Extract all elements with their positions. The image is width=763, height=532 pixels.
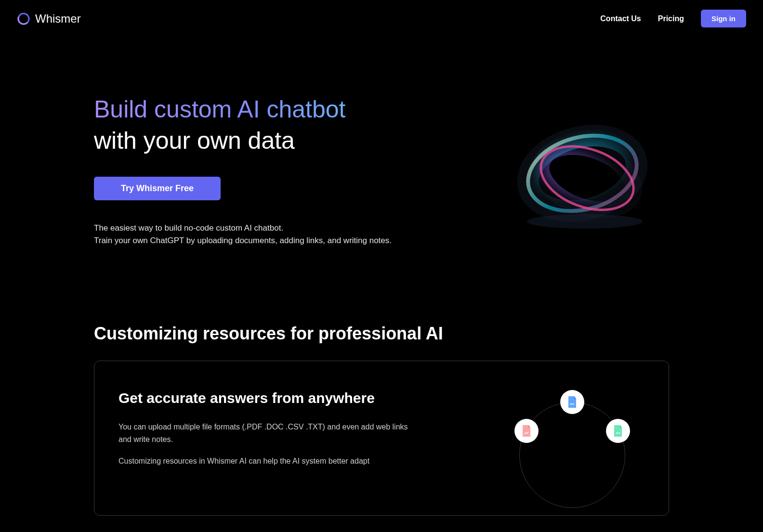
section2-title: Customizing resources for professional A… — [94, 324, 669, 344]
card-graphic: doc pdf csv — [500, 390, 645, 486]
file-csv-icon: csv — [606, 419, 630, 443]
file-pdf-icon: pdf — [514, 419, 539, 443]
feature-card: Get accurate answers from anywhere You c… — [94, 361, 669, 516]
card-text-2: Customizing resources in Whismer AI can … — [118, 455, 408, 467]
hero-section: Build custom AI chatbot with your own da… — [0, 37, 763, 285]
nav-pricing[interactable]: Pricing — [658, 14, 684, 23]
file-doc-icon: doc — [560, 390, 584, 414]
card-text-1: You can upload multiple file formats (.P… — [118, 421, 408, 445]
logo-icon — [17, 12, 30, 26]
customizing-resources-section: Customizing resources for professional A… — [0, 285, 763, 516]
svg-text:doc: doc — [570, 402, 575, 405]
try-whismer-button[interactable]: Try Whismer Free — [94, 177, 221, 200]
header: Whismer Contact Us Pricing Sign in — [0, 0, 763, 37]
svg-text:csv: csv — [616, 431, 620, 434]
hero-title-gradient: Build custom AI chatbot — [94, 95, 402, 124]
sign-in-button[interactable]: Sign in — [701, 10, 746, 27]
hero-description-line2: Train your own ChatGPT by uploading docu… — [94, 234, 402, 247]
hero-description-line1: The easiest way to build no-code custom … — [94, 222, 402, 234]
hero-title-white: with your own data — [94, 126, 402, 155]
logo-container[interactable]: Whismer — [17, 12, 81, 26]
logo-text: Whismer — [35, 12, 81, 26]
svg-point-6 — [527, 214, 643, 229]
hero-description: The easiest way to build no-code custom … — [94, 222, 402, 247]
svg-text:pdf: pdf — [525, 431, 528, 434]
hero-left: Build custom AI chatbot with your own da… — [94, 95, 402, 247]
nav-right: Contact Us Pricing Sign in — [600, 10, 746, 27]
nav-contact-us[interactable]: Contact Us — [600, 14, 641, 23]
orbit-circle-icon — [519, 402, 625, 508]
card-title: Get accurate answers from anywhere — [118, 390, 408, 406]
hero-right — [500, 104, 669, 238]
card-left: Get accurate answers from anywhere You c… — [118, 390, 408, 477]
torus-graphic-icon — [513, 104, 657, 238]
